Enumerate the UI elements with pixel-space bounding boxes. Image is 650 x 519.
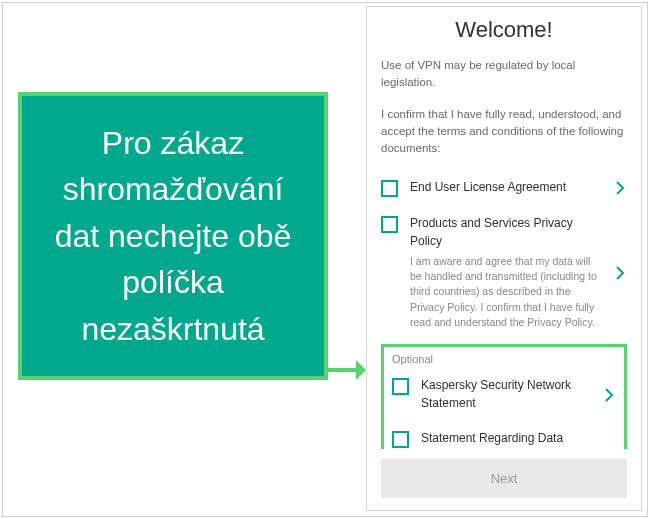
- intro-text-2: I confirm that I have fully read, unders…: [381, 106, 627, 158]
- doc-label: End User License Agreement: [410, 179, 601, 196]
- doc-row-eula[interactable]: End User License Agreement: [381, 171, 627, 205]
- doc-label-wrap: Kaspersky Security Network Statement: [421, 377, 590, 412]
- page-title: Welcome!: [381, 17, 627, 43]
- chevron-right-icon[interactable]: [602, 388, 616, 402]
- doc-label-wrap: Statement Regarding Data Processing for …: [421, 430, 590, 449]
- doc-label: Statement Regarding Data Processing for …: [421, 430, 590, 449]
- doc-row-privacy[interactable]: Products and Services Privacy Policy I a…: [381, 207, 627, 338]
- chevron-right-icon[interactable]: [613, 266, 627, 280]
- app-screen: Welcome! Use of VPN may be regulated by …: [366, 6, 642, 511]
- intro-text-1: Use of VPN may be regulated by local leg…: [381, 57, 627, 92]
- instruction-callout: Pro zákaz shromažďování dat nechejte obě…: [18, 92, 328, 380]
- checkbox-privacy[interactable]: [381, 216, 398, 233]
- checkbox-marketing[interactable]: [392, 431, 409, 448]
- checkbox-ksn[interactable]: [392, 378, 409, 395]
- doc-label-wrap: End User License Agreement: [410, 179, 601, 196]
- doc-row-marketing[interactable]: Statement Regarding Data Processing for …: [392, 422, 616, 449]
- optional-section: Optional Kaspersky Security Network Stat…: [381, 344, 627, 449]
- doc-row-ksn[interactable]: Kaspersky Security Network Statement: [392, 369, 616, 420]
- chevron-right-icon[interactable]: [613, 181, 627, 195]
- svg-marker-1: [356, 360, 366, 380]
- screen-body: Welcome! Use of VPN may be regulated by …: [367, 7, 641, 449]
- instruction-text: Pro zákaz shromažďování dat nechejte obě…: [38, 120, 308, 352]
- doc-label-wrap: Products and Services Privacy Policy I a…: [410, 215, 601, 330]
- arrow-icon: [328, 358, 366, 382]
- doc-label: Kaspersky Security Network Statement: [421, 377, 590, 412]
- doc-label: Products and Services Privacy Policy: [410, 215, 601, 250]
- optional-heading: Optional: [392, 353, 616, 365]
- checkbox-eula[interactable]: [381, 180, 398, 197]
- doc-sublabel: I am aware and agree that my data will b…: [410, 254, 601, 330]
- next-button[interactable]: Next: [381, 459, 627, 498]
